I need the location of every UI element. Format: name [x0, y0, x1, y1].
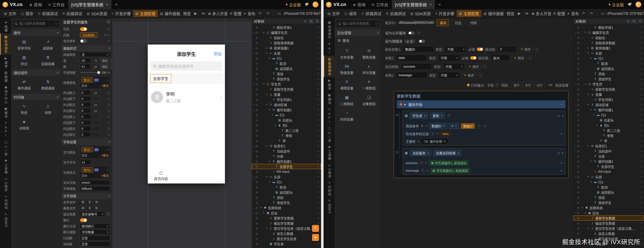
row-pin-icon[interactable] — [317, 170, 320, 173]
visible-toggle[interactable] — [80, 27, 87, 31]
tree-row[interactable]: 行1 — [252, 179, 321, 185]
tree-row[interactable]: 自定义数据 — [252, 231, 321, 236]
help-icon[interactable]: ? — [431, 132, 434, 136]
link-icon[interactable]: ⊡ — [108, 33, 110, 37]
tree-row[interactable]: 返回箭头 — [573, 66, 644, 71]
add-param-button[interactable]: + — [528, 56, 532, 60]
word-gap-input[interactable]: 正常 — [80, 242, 110, 246]
expand-collapse-icon[interactable] — [268, 108, 271, 111]
visibility-eye-icon[interactable] — [577, 124, 579, 127]
style-type-select[interactable]: 无▾ — [80, 52, 110, 57]
component-item[interactable]: ◐ 布尔变量 — [358, 62, 380, 77]
row-pin-icon[interactable] — [640, 191, 642, 194]
expand-collapse-icon[interactable] — [268, 57, 271, 60]
row-pin-icon[interactable] — [640, 186, 642, 189]
visibility-eye-icon[interactable] — [256, 62, 258, 65]
tree-row[interactable]: 添加 — [573, 195, 644, 200]
visibility-eye-icon[interactable] — [577, 62, 579, 65]
param-required-toggle[interactable] — [470, 56, 476, 60]
gear-icon[interactable]: ⚙ — [421, 124, 424, 128]
visibility-eye-icon[interactable] — [256, 212, 258, 214]
row-pin-icon[interactable] — [317, 77, 320, 80]
toolbar-button[interactable]: ⊙ 前端调试 — [36, 10, 60, 17]
bind-data-icon[interactable]: ⊡ — [108, 133, 110, 136]
avatar[interactable] — [312, 1, 318, 8]
transaction-item[interactable]: ⊞事务 — [335, 36, 381, 45]
redo-button[interactable]: ↷ — [588, 10, 594, 17]
rail-item[interactable]: ∞ API — [324, 106, 335, 125]
row-pin-icon[interactable] — [317, 155, 320, 158]
publish-button[interactable]: ➤发布 — [567, 11, 579, 16]
param-name-input[interactable]: data — [396, 55, 427, 61]
visibility-eye-icon[interactable] — [256, 237, 258, 240]
rail-item[interactable]: ▦ 标准组件 — [0, 33, 11, 55]
row-pin-icon[interactable] — [640, 243, 642, 245]
expand-collapse-icon[interactable] — [584, 83, 587, 85]
property-unit-select[interactable] — [92, 96, 100, 101]
visibility-eye-icon[interactable] — [577, 212, 579, 214]
component-item[interactable]: ▤ 菜单字段 — [12, 37, 36, 52]
rail-item[interactable]: ✎ 自定义 — [0, 211, 11, 229]
filter-icon[interactable]: ▽ — [55, 22, 57, 25]
property-unit-select[interactable] — [92, 120, 100, 125]
visibility-eye-icon[interactable] — [256, 31, 258, 34]
component-item[interactable]: ≡ 一维数组 — [358, 77, 380, 92]
vl-mode-badge[interactable]: VL — [308, 19, 314, 23]
tree-row[interactable]: 李明 — [252, 133, 321, 138]
tree-mode-icon[interactable]: ⊞ — [304, 19, 307, 23]
plan-badge[interactable]: ♦企业版 — [608, 2, 624, 7]
visibility-eye-icon[interactable] — [256, 57, 258, 60]
toolbar-button[interactable]: ≡ 开发步骤 — [109, 10, 133, 17]
tree-row[interactable]: 循环创建1 — [573, 159, 644, 164]
width-input[interactable]: 25 — [80, 58, 91, 63]
tab-all-students[interactable]: 全部学生 — [151, 74, 171, 82]
tree-mode-icon[interactable]: ⊞ — [627, 19, 630, 23]
expand-collapse-icon[interactable] — [587, 47, 590, 49]
tree-row[interactable]: 李 — [252, 138, 321, 143]
tree-row[interactable]: 行1 — [573, 179, 644, 185]
row-pin-icon[interactable] — [640, 134, 642, 137]
log-button[interactable]: 日志 — [452, 19, 464, 26]
component-item[interactable]: ▦ 二维数组 — [336, 93, 358, 108]
subevent-chip[interactable]: 循环处理✎ — [421, 138, 448, 144]
tab-close-icon[interactable]: × — [430, 2, 432, 7]
color-swatch[interactable] — [94, 168, 99, 172]
row-pin-icon[interactable] — [317, 129, 320, 132]
help-icon[interactable]: ? — [106, 212, 110, 216]
tree-row[interactable]: 取消 — [573, 185, 644, 190]
expand-collapse-icon[interactable] — [581, 206, 584, 209]
chevron-down-icon[interactable]: ▾ — [561, 103, 563, 106]
tree-row[interactable]: 李明 — [573, 133, 644, 138]
row-pin-icon[interactable] — [317, 196, 320, 199]
tree-row[interactable]: 标签栏1 — [573, 143, 644, 148]
rail-item[interactable]: ▣ 模块 — [0, 105, 11, 120]
bind-data-icon[interactable]: ⊡ — [108, 121, 110, 124]
expand-collapse-icon[interactable] — [584, 31, 587, 34]
expand-collapse-icon[interactable] — [590, 108, 592, 111]
visibility-eye-icon[interactable] — [256, 227, 258, 230]
component-item[interactable]: ⇅ 数据通道 — [36, 77, 60, 92]
property-number-input[interactable]: 0 — [80, 108, 91, 113]
toolbar-button[interactable]: ▥ SDK资源 — [408, 10, 433, 17]
tree-row[interactable]: 提交学生信息（自定义数... — [252, 226, 321, 231]
expand-collapse-icon[interactable] — [262, 212, 265, 214]
opacity-slider[interactable] — [80, 72, 100, 73]
row-pin-icon[interactable] — [317, 41, 320, 44]
avatar[interactable] — [635, 1, 642, 8]
rail-item[interactable]: ▤ 数据 — [0, 69, 11, 84]
target-service-select[interactable]: 当前服务▾ — [410, 150, 431, 156]
rail-item[interactable]: ▦ 标准组件 — [324, 19, 335, 40]
tree-row[interactable]: 应用系统 — [573, 205, 644, 210]
row-pin-icon[interactable] — [317, 206, 320, 209]
visibility-eye-icon[interactable] — [256, 47, 258, 49]
rail-item[interactable]: ✚ 工具箱 — [0, 157, 11, 175]
tree-row[interactable]: 分类 — [252, 154, 321, 159]
tree-row[interactable]: 标签栏1 — [252, 143, 321, 148]
bg-color-case-widget[interactable]: 情况1≡ 其余+情况 — [80, 76, 110, 89]
subroutine-toggle[interactable]: 子程? — [487, 83, 498, 88]
micro-service-toggle[interactable] — [419, 39, 425, 43]
row-pin-icon[interactable] — [317, 72, 320, 75]
rail-item[interactable]: ★ 收藏 — [0, 19, 11, 33]
font-fallback-input[interactable]: fallback — [80, 186, 110, 191]
line-gap-input[interactable]: 正常 — [80, 236, 110, 240]
